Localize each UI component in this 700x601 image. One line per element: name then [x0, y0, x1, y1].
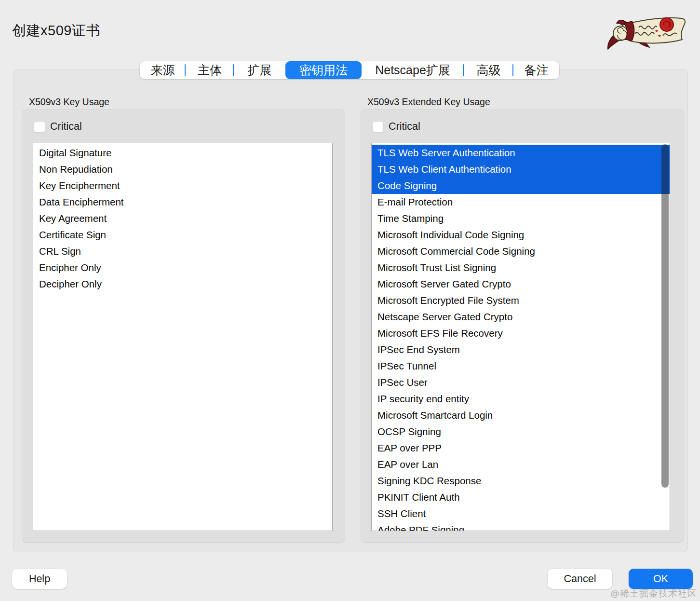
xca-scroll-seal-logo: [601, 11, 694, 55]
list-item[interactable]: Time Stamping: [372, 210, 670, 227]
key-usage-critical-label: Critical: [50, 121, 82, 133]
list-item[interactable]: Netscape Server Gated Crypto: [372, 309, 670, 325]
list-item[interactable]: EAP over PPP: [372, 440, 670, 456]
tab-5[interactable]: 高级: [464, 61, 513, 79]
list-item[interactable]: PKINIT Client Auth: [372, 489, 670, 505]
list-item[interactable]: Microsoft Encrypted File System: [372, 292, 670, 309]
tab-0[interactable]: 来源: [140, 61, 186, 79]
extended-key-usage-title: X509v3 Extended Key Usage: [367, 96, 490, 108]
list-item[interactable]: E-mail Protection: [372, 194, 670, 210]
cancel-button[interactable]: Cancel: [548, 569, 612, 589]
tab-3-active[interactable]: 密钥用法: [285, 61, 362, 79]
window-title: 创建x509证书: [12, 21, 100, 41]
extended-key-usage-list-items: TLS Web Server AuthenticationTLS Web Cli…: [372, 143, 670, 531]
help-button[interactable]: Help: [12, 569, 67, 589]
list-item[interactable]: Digital Signature: [33, 145, 332, 161]
list-item[interactable]: TLS Web Server Authentication: [372, 145, 670, 161]
list-item[interactable]: SSH Client: [372, 505, 670, 522]
list-item[interactable]: Non Repudiation: [33, 161, 332, 178]
ok-button[interactable]: OK: [629, 569, 693, 589]
list-item[interactable]: Encipher Only: [33, 260, 332, 276]
list-item[interactable]: IPSec User: [372, 374, 670, 391]
list-item[interactable]: IPSec Tunnel: [372, 358, 670, 374]
key-usage-list-items: Digital SignatureNon RepudiationKey Enci…: [33, 143, 332, 292]
tab-6[interactable]: 备注: [513, 61, 559, 79]
list-item[interactable]: Microsoft Smartcard Login: [372, 407, 670, 423]
list-item[interactable]: Microsoft EFS File Recovery: [372, 325, 670, 341]
key-usage-title: X509v3 Key Usage: [29, 96, 109, 108]
list-item[interactable]: CRL Sign: [33, 243, 332, 260]
tab-2[interactable]: 扩展: [234, 61, 285, 79]
list-item[interactable]: Certificate Sign: [33, 227, 332, 243]
list-item[interactable]: Key Encipherment: [33, 178, 332, 194]
list-item[interactable]: Signing KDC Response: [372, 473, 670, 489]
list-item[interactable]: Adobe PDF Signing: [372, 522, 670, 531]
list-item[interactable]: Key Agreement: [33, 210, 332, 227]
list-item[interactable]: Decipher Only: [33, 276, 332, 292]
tab-1[interactable]: 主体: [186, 61, 234, 79]
list-item[interactable]: Code Signing: [372, 178, 670, 194]
list-item[interactable]: Microsoft Individual Code Signing: [372, 227, 670, 243]
list-item[interactable]: OCSP Signing: [372, 423, 670, 440]
list-item[interactable]: TLS Web Client Authentication: [372, 161, 670, 178]
list-item[interactable]: EAP over Lan: [372, 456, 670, 473]
key-usage-list[interactable]: Digital SignatureNon RepudiationKey Enci…: [33, 143, 333, 531]
list-item[interactable]: Data Encipherment: [33, 194, 332, 210]
extended-key-usage-critical-label: Critical: [389, 121, 420, 133]
tab-bar: 来源主体扩展密钥用法Netscape扩展高级备注: [140, 61, 559, 79]
extended-key-usage-critical-checkbox[interactable]: [372, 121, 384, 133]
tab-4[interactable]: Netscape扩展: [362, 61, 464, 79]
extended-key-usage-list[interactable]: TLS Web Server AuthenticationTLS Web Cli…: [371, 143, 670, 531]
list-item[interactable]: Microsoft Server Gated Crypto: [372, 276, 670, 292]
list-item[interactable]: IPSec End System: [372, 341, 670, 358]
key-usage-critical-checkbox[interactable]: [34, 121, 45, 133]
list-item[interactable]: Microsoft Commercial Code Signing: [372, 243, 670, 260]
list-item[interactable]: IP security end entity: [372, 391, 670, 407]
scrollbar-thumb[interactable]: [661, 144, 669, 488]
watermark: @稀土掘金技术社区: [610, 587, 697, 600]
list-item[interactable]: Microsoft Trust List Signing: [372, 260, 670, 276]
